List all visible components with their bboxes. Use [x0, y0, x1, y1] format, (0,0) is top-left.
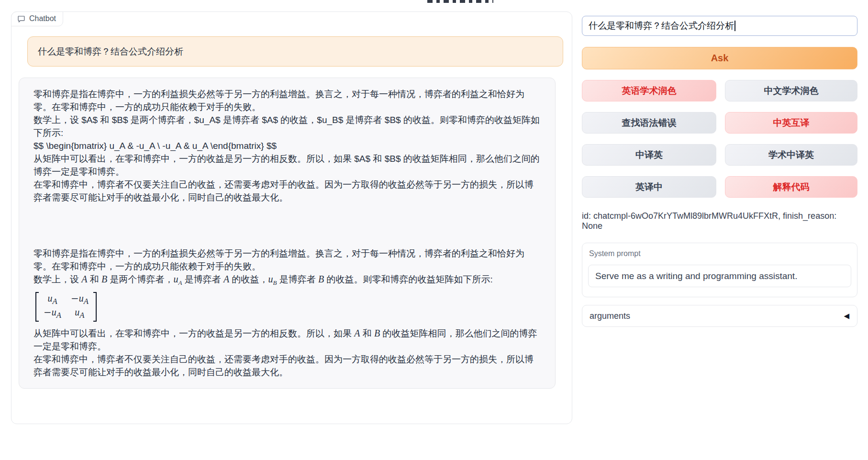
bot-paragraph: 从矩阵中可以看出，在零和博弈中，一方的收益是另一方的相反数。所以，如果 $A$ … [33, 152, 541, 178]
bot-paragraph: 零和博弈是指在博弈中，一方的利益损失必然等于另一方的利益增益。换言之，对于每一种… [33, 88, 541, 113]
chat-messages: 什么是零和博弈？结合公式介绍分析 零和博弈是指在博弈中，一方的利益损失必然等于另… [11, 12, 572, 389]
question-input-value: 什么是零和博弈？结合公式介绍分析 [589, 20, 734, 32]
chatbot-label-tab: Chatbot [11, 11, 63, 26]
math-variable: B [101, 274, 107, 284]
payoff-matrix: uA−uA−uAuA [35, 292, 541, 325]
quick-button-en-to-zh-translate[interactable]: 英译中 [582, 176, 716, 198]
bot-paragraph: 在零和博弈中，博弈者不仅要关注自己的收益，还需要考虑对手的收益。因为一方取得的收… [33, 353, 541, 379]
quick-button-zh-to-en-translate[interactable]: 中译英 [582, 144, 716, 166]
arguments-accordion-header[interactable]: arguments ◀ [582, 305, 857, 327]
bot-paragraph: 零和博弈是指在博弈中，一方的利益损失必然等于另一方的利益增益。换言之，对于每一种… [33, 247, 541, 273]
response-status-line: id: chatcmpl-6wOo7KrYTwMl89lbrMWRu4UkFFX… [582, 211, 857, 231]
question-input[interactable]: 什么是零和博弈？结合公式介绍分析 [582, 16, 857, 36]
math-variable: uB [268, 274, 277, 284]
chat-bubble-icon [17, 15, 25, 23]
ask-button[interactable]: Ask [582, 47, 857, 69]
quick-button-zh-en-mutual-translate[interactable]: 中英互译 [725, 112, 857, 134]
clipped-page-title [427, 0, 493, 3]
matrix-cell: uA [71, 307, 89, 321]
bot-paragraph: 数学上，设 $A$ 和 $B$ 是两个博弈者，$u_A$ 是博弈者 $A$ 的收… [33, 113, 541, 139]
quick-button-find-grammar-errors[interactable]: 查找语法错误 [582, 112, 716, 134]
chatbot-panel: Chatbot 什么是零和博弈？结合公式介绍分析 零和博弈是指在博弈中，一方的利… [11, 11, 572, 424]
bot-paragraph: 在零和博弈中，博弈者不仅要关注自己的收益，还需要考虑对手的收益。因为一方取得的收… [33, 178, 541, 204]
chatbot-label: Chatbot [29, 14, 56, 23]
quick-actions-grid: 英语学术润色中文学术润色查找语法错误中英互译中译英学术中译英英译中解释代码 [582, 80, 857, 198]
matrix-cell: −uA [71, 293, 89, 307]
bot-paragraph: $$ \begin{bmatrix} u_A & -u_A \ -u_A & u… [33, 139, 541, 152]
bot-message-bubble: 零和博弈是指在博弈中，一方的利益损失必然等于另一方的利益增益。换言之，对于每一种… [19, 78, 556, 389]
math-variable: A [223, 274, 229, 284]
quick-button-english-academic-polish[interactable]: 英语学术润色 [582, 80, 716, 101]
math-variable: B [318, 274, 324, 284]
arguments-accordion-label: arguments [590, 311, 630, 321]
matrix-left-bracket [35, 292, 39, 322]
control-column: 什么是零和博弈？结合公式介绍分析 Ask 英语学术润色中文学术润色查找语法错误中… [582, 16, 857, 327]
quick-button-academic-zh-to-en-translate[interactable]: 学术中译英 [725, 144, 857, 166]
user-message-bubble: 什么是零和博弈？结合公式介绍分析 [27, 36, 563, 67]
system-prompt-label: System prompt [588, 249, 851, 258]
bot-math-paragraph: 从矩阵中可以看出，在零和博弈中，一方的收益是另一方的相反数。所以，如果 A 和 … [33, 327, 541, 353]
system-prompt-input[interactable]: Serve me as a writing and programming as… [588, 265, 851, 287]
math-variable: A [81, 274, 87, 284]
system-prompt-value: Serve me as a writing and programming as… [595, 271, 797, 281]
math-variable: A [354, 328, 360, 338]
ask-button-label: Ask [711, 53, 729, 64]
math-variable: B [374, 328, 380, 338]
matrix-cell: uA [44, 293, 61, 307]
user-message-text: 什么是零和博弈？结合公式介绍分析 [38, 46, 183, 56]
math-variable: uA [174, 274, 182, 284]
text-cursor [734, 21, 735, 31]
quick-button-chinese-academic-polish[interactable]: 中文学术润色 [725, 80, 857, 101]
bot-raw-block: 零和博弈是指在博弈中，一方的利益损失必然等于另一方的利益增益。换言之，对于每一种… [33, 88, 541, 204]
bot-rendered-block: 零和博弈是指在博弈中，一方的利益损失必然等于另一方的利益增益。换言之，对于每一种… [33, 247, 541, 379]
system-prompt-group: System prompt Serve me as a writing and … [582, 243, 857, 297]
matrix-cell: −uA [44, 307, 61, 321]
accordion-collapse-icon: ◀ [844, 312, 849, 320]
matrix-right-bracket [93, 292, 97, 322]
quick-button-explain-code[interactable]: 解释代码 [725, 176, 857, 198]
bot-math-paragraph: 数学上，设 A 和 B 是两个博弈者，uA 是博弈者 A 的收益，uB 是博弈者… [33, 273, 541, 289]
